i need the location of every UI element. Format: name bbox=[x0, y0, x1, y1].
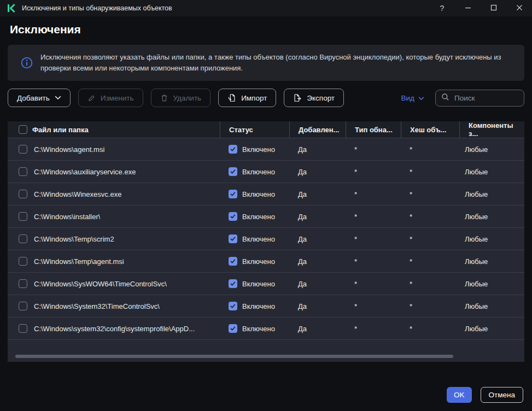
minimize-button[interactable] bbox=[455, 0, 481, 16]
status-checkbox[interactable] bbox=[229, 167, 237, 176]
table-row[interactable]: C:\Windows\SysWOW64\TimeControlSvc\ Вклю… bbox=[8, 272, 524, 295]
row-checkbox[interactable] bbox=[19, 234, 27, 243]
exclusions-table: Файл или папка Статус Добавлен... Тип об… bbox=[8, 121, 524, 362]
header-file-or-folder[interactable]: Файл или папка bbox=[8, 121, 220, 138]
cell-added: Да bbox=[289, 228, 346, 250]
row-path: C:\Windows\Temp\scrim2 bbox=[34, 235, 114, 243]
header-status[interactable]: Статус bbox=[220, 121, 289, 138]
view-dropdown[interactable]: Вид bbox=[401, 94, 424, 102]
cell-added: Да bbox=[289, 206, 346, 227]
cell-components: Любые bbox=[459, 228, 524, 250]
header-added[interactable]: Добавлен... bbox=[289, 121, 346, 138]
cell-hash: * bbox=[401, 318, 459, 339]
horizontal-scrollbar-thumb[interactable] bbox=[15, 355, 453, 358]
header-hash[interactable]: Хеш объ... bbox=[401, 121, 459, 138]
cell-detect-type: * bbox=[346, 250, 401, 272]
row-path: C:\Windows\System32\TimeControlSvc\ bbox=[34, 302, 160, 310]
ok-button[interactable]: OK bbox=[447, 387, 472, 403]
close-button[interactable] bbox=[506, 0, 532, 16]
status-label: Включено bbox=[242, 235, 275, 243]
header-components[interactable]: Компоненты з... bbox=[459, 121, 524, 138]
status-checkbox[interactable] bbox=[229, 212, 237, 221]
header-label: Тип обна... bbox=[355, 126, 393, 134]
app-window: Исключения и типы обнаруживаемых объекто… bbox=[0, 0, 532, 411]
table-header: Файл или папка Статус Добавлен... Тип об… bbox=[8, 121, 524, 138]
table-row[interactable]: C:\Windows\installer\ Включено Да * * Лю… bbox=[8, 205, 524, 227]
close-icon bbox=[516, 4, 523, 13]
cell-added: Да bbox=[289, 273, 346, 295]
table-row[interactable]: C:\Windows\system32\config\systemprofile… bbox=[8, 317, 524, 339]
delete-button[interactable]: Удалить bbox=[151, 89, 211, 107]
chevron-down-icon bbox=[55, 96, 61, 100]
header-label: Хеш объ... bbox=[410, 126, 446, 134]
row-checkbox[interactable] bbox=[19, 145, 27, 154]
cell-detect-type: * bbox=[346, 138, 401, 160]
cell-detect-type: * bbox=[346, 318, 401, 339]
search-icon bbox=[441, 93, 449, 103]
maximize-button[interactable] bbox=[481, 0, 506, 16]
import-button-label: Импорт bbox=[241, 94, 267, 102]
row-checkbox[interactable] bbox=[19, 190, 27, 198]
cell-added: Да bbox=[289, 183, 346, 205]
view-dropdown-label: Вид bbox=[401, 94, 414, 102]
status-label: Включено bbox=[242, 325, 275, 333]
row-checkbox[interactable] bbox=[19, 167, 27, 176]
add-button-label: Добавить bbox=[17, 94, 50, 102]
status-checkbox[interactable] bbox=[229, 302, 237, 310]
table-row[interactable]: C:\Windows\Temp\agent.msi Включено Да * … bbox=[8, 250, 524, 272]
cell-detect-type: * bbox=[346, 228, 401, 250]
import-button[interactable]: Импорт bbox=[218, 89, 276, 107]
row-path: C:\Windows\Temp\agent.msi bbox=[34, 257, 124, 266]
footer: OK Отмена bbox=[447, 387, 523, 403]
cell-components: Любые bbox=[459, 183, 524, 205]
edit-button[interactable]: Изменить bbox=[78, 89, 143, 107]
status-label: Включено bbox=[242, 168, 275, 176]
cell-hash: * bbox=[401, 295, 459, 317]
status-label: Включено bbox=[242, 190, 275, 198]
status-checkbox[interactable] bbox=[229, 190, 237, 198]
toolbar: Добавить Изменить Удалить bbox=[8, 89, 524, 107]
cell-components: Любые bbox=[459, 250, 524, 272]
row-checkbox[interactable] bbox=[19, 257, 27, 266]
header-detect-type[interactable]: Тип обна... bbox=[346, 121, 401, 138]
status-checkbox[interactable] bbox=[229, 145, 237, 154]
header-label: Статус bbox=[229, 126, 253, 134]
status-checkbox[interactable] bbox=[229, 257, 237, 266]
status-label: Включено bbox=[242, 257, 275, 266]
status-checkbox[interactable] bbox=[229, 234, 237, 243]
select-all-checkbox[interactable] bbox=[19, 125, 27, 134]
add-button[interactable]: Добавить bbox=[8, 89, 71, 107]
help-button[interactable]: ? bbox=[429, 0, 455, 16]
cell-added: Да bbox=[289, 295, 346, 317]
cell-added: Да bbox=[289, 138, 346, 160]
status-label: Включено bbox=[242, 145, 275, 154]
search-input[interactable] bbox=[454, 94, 518, 102]
status-label: Включено bbox=[242, 280, 275, 288]
cell-detect-type: * bbox=[346, 206, 401, 227]
cell-added: Да bbox=[289, 161, 346, 183]
window-controls: ? bbox=[429, 0, 532, 16]
export-button-label: Экспорт bbox=[307, 94, 335, 102]
table-row[interactable]: C:\Windows\System32\TimeControlSvc\ Вклю… bbox=[8, 295, 524, 317]
cell-added: Да bbox=[289, 318, 346, 339]
info-banner: Исключения позволяют указать файлы или п… bbox=[8, 45, 524, 81]
row-checkbox[interactable] bbox=[19, 302, 27, 310]
row-checkbox[interactable] bbox=[19, 212, 27, 221]
row-path: C:\Windows\installer\ bbox=[34, 213, 100, 221]
status-checkbox[interactable] bbox=[229, 324, 237, 333]
table-row[interactable]: C:\Windows\auxiliaryservice.exe Включено… bbox=[8, 160, 524, 183]
status-checkbox[interactable] bbox=[229, 279, 237, 288]
minimize-icon bbox=[465, 4, 471, 13]
table-row[interactable]: C:\Windows\agent.msi Включено Да * * Люб… bbox=[8, 138, 524, 160]
info-banner-text: Исключения позволяют указать файлы или п… bbox=[40, 52, 505, 74]
table-row[interactable]: C:\Windows\Winexesvc.exe Включено Да * *… bbox=[8, 183, 524, 205]
row-checkbox[interactable] bbox=[19, 279, 27, 288]
cancel-button[interactable]: Отмена bbox=[481, 387, 523, 403]
export-button[interactable]: Экспорт bbox=[284, 89, 344, 107]
cell-hash: * bbox=[401, 161, 459, 183]
row-checkbox[interactable] bbox=[19, 324, 27, 333]
table-row[interactable]: C:\Windows\Temp\scrim2 Включено Да * * Л… bbox=[8, 227, 524, 250]
row-path: C:\Windows\Winexesvc.exe bbox=[34, 190, 121, 198]
cell-added: Да bbox=[289, 250, 346, 272]
row-path: C:\Windows\agent.msi bbox=[34, 145, 104, 154]
